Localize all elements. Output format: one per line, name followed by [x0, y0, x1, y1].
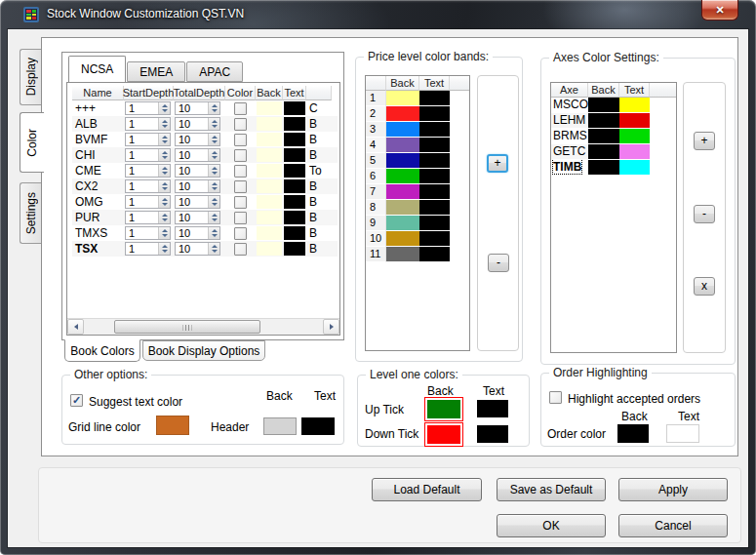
price-band-row[interactable]: 1: [366, 91, 469, 106]
spinner-arrows-icon[interactable]: [208, 149, 219, 161]
back-color-swatch[interactable]: [386, 247, 419, 262]
back-color-swatch[interactable]: [257, 226, 282, 240]
text-color-swatch[interactable]: [419, 184, 450, 200]
price-band-row[interactable]: 5: [366, 153, 469, 169]
tab-display[interactable]: Display: [20, 49, 41, 105]
axes-row[interactable]: GETC: [551, 144, 676, 160]
spinner-arrows-icon[interactable]: [158, 102, 170, 114]
book-table-row[interactable]: OMG 1 10: [72, 194, 338, 210]
back-color-swatch[interactable]: [386, 153, 419, 169]
price-band-row[interactable]: 7: [366, 184, 469, 200]
text-color-swatch[interactable]: [419, 138, 450, 153]
start-depth-spinner[interactable]: 1: [125, 117, 171, 131]
tab-ncsa[interactable]: NCSA: [68, 56, 126, 82]
text-color-swatch[interactable]: [284, 226, 305, 240]
back-color-swatch[interactable]: [257, 211, 282, 224]
load-default-button[interactable]: Load Default: [372, 478, 482, 501]
close-button[interactable]: ✕: [701, 0, 738, 20]
price-band-row[interactable]: 8: [366, 200, 469, 216]
text-color-swatch[interactable]: [284, 133, 305, 146]
text-color-swatch[interactable]: [619, 98, 650, 113]
price-band-row[interactable]: 3: [366, 122, 469, 138]
back-color-swatch[interactable]: [257, 148, 282, 162]
back-color-swatch[interactable]: [257, 101, 282, 115]
grid-line-color-swatch[interactable]: [156, 416, 189, 435]
spinner-arrows-icon[interactable]: [158, 243, 170, 255]
text-color-swatch[interactable]: [284, 179, 305, 193]
back-color-swatch[interactable]: [386, 216, 419, 231]
total-depth-spinner[interactable]: 10: [175, 242, 220, 256]
header-back-swatch[interactable]: [263, 417, 297, 435]
back-color-swatch[interactable]: [386, 200, 419, 216]
price-band-row[interactable]: 11: [366, 247, 469, 262]
apply-button[interactable]: Apply: [618, 478, 728, 501]
spinner-arrows-icon[interactable]: [158, 165, 170, 177]
book-table-row[interactable]: CHI 1 10: [72, 147, 338, 163]
tab-book-display-options[interactable]: Book Display Options: [142, 340, 265, 361]
scroll-right-arrow-icon[interactable]: [323, 319, 339, 335]
start-depth-spinner[interactable]: 1: [125, 226, 171, 240]
text-color-swatch[interactable]: [284, 148, 305, 162]
up-tick-text-swatch[interactable]: [477, 400, 508, 417]
spinner-arrows-icon[interactable]: [158, 212, 170, 223]
color-checkbox[interactable]: [234, 165, 247, 178]
tab-emea[interactable]: EMEA: [127, 61, 185, 82]
back-color-swatch[interactable]: [257, 195, 282, 209]
color-checkbox[interactable]: [234, 180, 247, 193]
spinner-arrows-icon[interactable]: [208, 165, 219, 177]
book-table-row[interactable]: ALB 1 10: [72, 116, 338, 132]
back-color-swatch[interactable]: [386, 91, 419, 106]
total-depth-spinner[interactable]: 10: [175, 195, 220, 209]
start-depth-spinner[interactable]: 1: [125, 195, 171, 209]
start-depth-spinner[interactable]: 1: [125, 133, 171, 146]
text-color-swatch[interactable]: [284, 164, 305, 178]
back-color-swatch[interactable]: [386, 184, 419, 200]
text-color-swatch[interactable]: [419, 216, 450, 231]
color-checkbox[interactable]: [234, 149, 247, 162]
start-depth-spinner[interactable]: 1: [125, 101, 171, 115]
title-bar[interactable]: Stock Window Customization QST.VN ✕: [0, 0, 756, 29]
price-band-row[interactable]: 4: [366, 138, 469, 153]
total-depth-spinner[interactable]: 10: [175, 133, 220, 146]
axes-row[interactable]: MSCO: [551, 98, 676, 113]
suggest-text-color-checkbox[interactable]: [70, 394, 83, 407]
spinner-arrows-icon[interactable]: [158, 180, 170, 192]
tab-color[interactable]: Color: [20, 112, 44, 173]
axes-row[interactable]: LEHM: [551, 113, 676, 129]
text-color-swatch[interactable]: [419, 231, 450, 247]
back-color-swatch[interactable]: [257, 179, 282, 193]
add-axe-button[interactable]: +: [694, 132, 715, 150]
cancel-button[interactable]: Cancel: [618, 514, 728, 537]
back-color-swatch[interactable]: [257, 164, 282, 178]
spinner-arrows-icon[interactable]: [208, 118, 219, 130]
spinner-arrows-icon[interactable]: [158, 227, 170, 239]
back-color-swatch[interactable]: [257, 242, 282, 256]
order-back-swatch[interactable]: [617, 424, 649, 443]
ok-button[interactable]: OK: [497, 514, 606, 537]
color-checkbox[interactable]: [234, 196, 247, 209]
color-checkbox[interactable]: [234, 102, 247, 115]
spinner-arrows-icon[interactable]: [158, 134, 170, 145]
total-depth-spinner[interactable]: 10: [175, 179, 220, 193]
text-color-swatch[interactable]: [419, 200, 450, 216]
text-color-swatch[interactable]: [284, 195, 305, 209]
text-color-swatch[interactable]: [284, 101, 305, 115]
scroll-left-arrow-icon[interactable]: [67, 319, 84, 335]
spinner-arrows-icon[interactable]: [208, 180, 219, 192]
spinner-arrows-icon[interactable]: [208, 134, 219, 145]
back-color-swatch[interactable]: [386, 106, 419, 122]
color-checkbox[interactable]: [234, 243, 247, 256]
text-color-swatch[interactable]: [619, 144, 650, 160]
start-depth-spinner[interactable]: 1: [125, 164, 171, 178]
back-color-swatch[interactable]: [588, 160, 619, 176]
text-color-swatch[interactable]: [419, 247, 450, 262]
price-band-row[interactable]: 10: [366, 231, 469, 247]
back-color-swatch[interactable]: [257, 133, 282, 146]
start-depth-spinner[interactable]: 1: [125, 179, 171, 193]
color-checkbox[interactable]: [234, 118, 247, 131]
text-color-swatch[interactable]: [419, 153, 450, 169]
delete-axe-button[interactable]: x: [694, 277, 715, 296]
book-table-row[interactable]: TSX 1 10: [72, 241, 338, 257]
book-table-row[interactable]: BVMF 1 10: [72, 132, 338, 147]
book-table-row[interactable]: CX2 1 10: [72, 178, 338, 194]
